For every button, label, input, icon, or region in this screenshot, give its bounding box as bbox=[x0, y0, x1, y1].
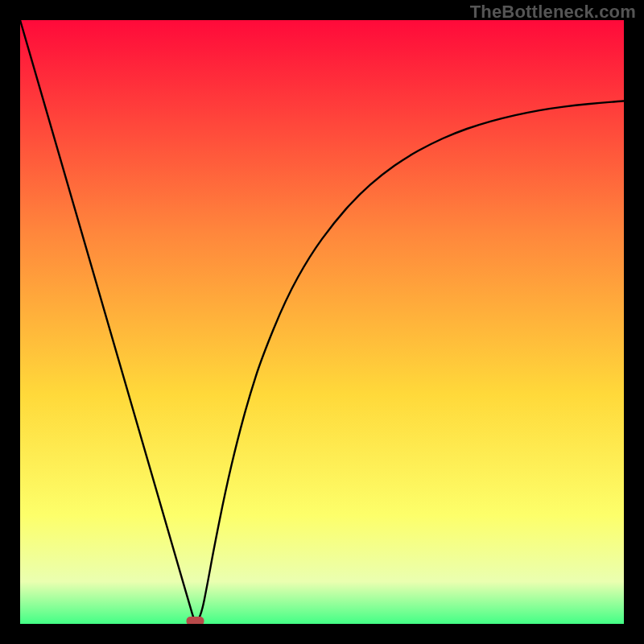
plot-area bbox=[20, 20, 624, 624]
minimum-marker bbox=[187, 617, 204, 624]
watermark-text: TheBottleneck.com bbox=[470, 2, 636, 23]
chart-svg bbox=[20, 20, 624, 624]
chart-outer-frame: TheBottleneck.com bbox=[0, 0, 644, 644]
